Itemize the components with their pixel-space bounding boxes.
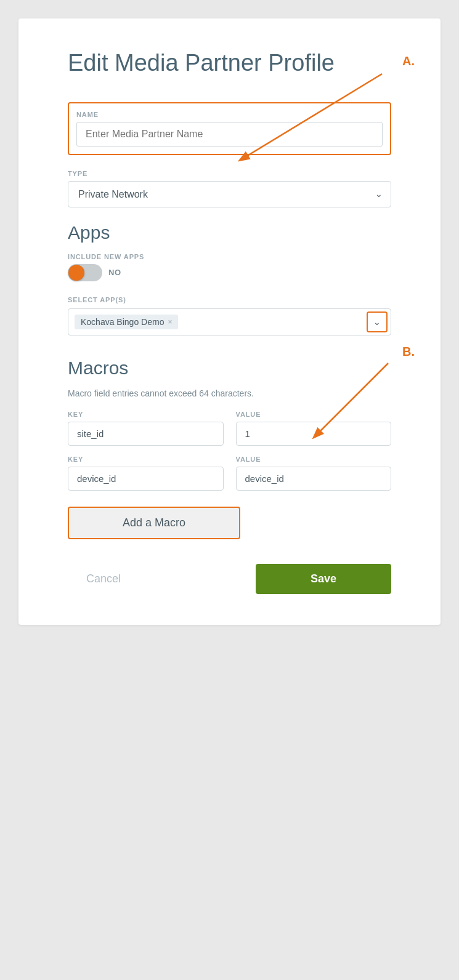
app-select-box[interactable]: Kochava Bingo Demo ×	[68, 308, 391, 335]
add-macro-button[interactable]: Add a Macro	[68, 507, 240, 539]
edit-media-partner-card: A. B. Edit Media Partner Profile	[18, 18, 441, 625]
macro-row-1: KEY VALUE	[68, 411, 391, 446]
page-title: Edit Media Partner Profile	[68, 49, 391, 78]
annotation-b-label: B.	[402, 345, 415, 359]
app-tag-label: Kochava Bingo Demo	[81, 317, 164, 327]
app-dropdown-button[interactable]: ⌄	[367, 311, 388, 332]
type-select[interactable]: Private Network Public Network Agency Pu…	[68, 181, 391, 207]
include-apps-toggle[interactable]	[68, 264, 102, 281]
name-input[interactable]	[76, 122, 383, 147]
apps-section-title: Apps	[68, 222, 391, 243]
type-label: TYPE	[68, 170, 391, 177]
macro-value-col-2: VALUE	[236, 456, 392, 491]
annotation-a-label: A.	[402, 54, 415, 68]
toggle-no-label: NO	[108, 268, 121, 277]
macros-description: Macro field entries cannot exceed 64 cha…	[68, 388, 391, 398]
app-chevron-icon: ⌄	[373, 317, 381, 327]
macro-value-label-2: VALUE	[236, 456, 392, 463]
macro-key-input-2[interactable]	[68, 467, 224, 491]
macro-value-input-1[interactable]	[236, 422, 392, 446]
toggle-thumb	[68, 265, 84, 281]
cancel-button[interactable]: Cancel	[68, 564, 139, 594]
macro-value-col-1: VALUE	[236, 411, 392, 446]
macro-key-label-2: KEY	[68, 456, 224, 463]
macro-key-input-1[interactable]	[68, 422, 224, 446]
app-select-wrapper: Kochava Bingo Demo × ⌄	[68, 308, 391, 335]
name-field-wrapper: NAME	[68, 102, 391, 155]
macro-key-col-2: KEY	[68, 456, 224, 491]
macro-value-label-1: VALUE	[236, 411, 392, 418]
app-tag: Kochava Bingo Demo ×	[75, 315, 178, 329]
include-new-apps-label: INCLUDE NEW APPS	[68, 253, 391, 260]
macro-value-input-2[interactable]	[236, 467, 392, 491]
type-field-group: TYPE Private Network Public Network Agen…	[68, 170, 391, 207]
select-apps-label: SELECT APP(S)	[68, 296, 391, 303]
type-select-wrapper: Private Network Public Network Agency Pu…	[68, 181, 391, 207]
name-field-group: NAME	[68, 102, 391, 155]
macros-section-title: Macros	[68, 358, 391, 379]
include-apps-toggle-row: NO	[68, 264, 391, 281]
macro-key-label-1: KEY	[68, 411, 224, 418]
bottom-actions: Cancel Save	[68, 564, 391, 594]
macro-key-col-1: KEY	[68, 411, 224, 446]
save-button[interactable]: Save	[256, 564, 391, 594]
name-label: NAME	[76, 111, 383, 118]
app-tag-close-icon[interactable]: ×	[168, 318, 172, 326]
macro-row-2: KEY VALUE	[68, 456, 391, 491]
